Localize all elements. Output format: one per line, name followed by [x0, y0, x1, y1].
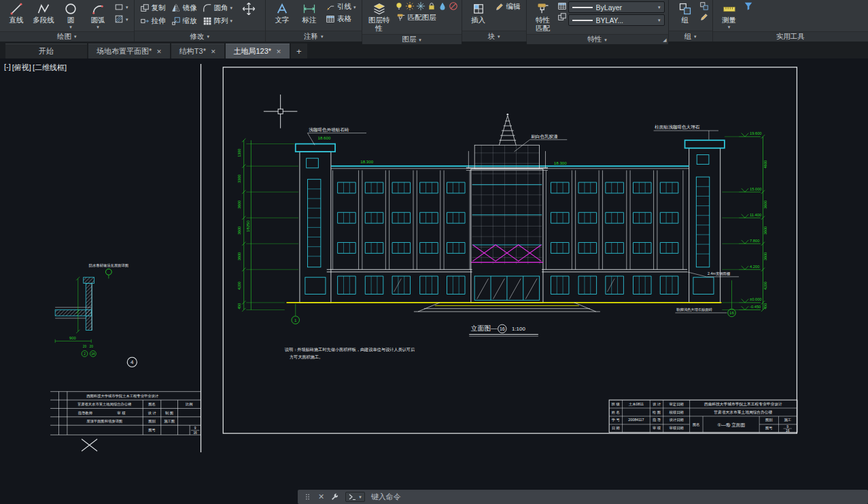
- arc-icon: [91, 2, 105, 16]
- dropdown-caret-icon: ▾: [658, 5, 661, 10]
- properties-panel-footer[interactable]: 特性▾◢: [527, 34, 668, 44]
- annotate-panel-footer[interactable]: 注释▾: [266, 31, 362, 41]
- linetype-line-sample: [572, 20, 593, 21]
- properties-list-icon[interactable]: [557, 1, 567, 11]
- fillet-button[interactable]: 圆角▾: [201, 1, 235, 14]
- stretch-button[interactable]: 拉伸: [138, 14, 168, 27]
- viewport-menu-control[interactable]: [-]: [4, 63, 11, 73]
- command-customize-wrench-icon[interactable]: [330, 492, 339, 501]
- tab-land-bureau-123[interactable]: 土地局123*✕: [226, 44, 290, 58]
- layer-properties-icon: [372, 2, 386, 16]
- leader-button[interactable]: 引线▾: [324, 1, 358, 12]
- command-close-icon[interactable]: ✕: [318, 492, 324, 501]
- draw-panel-footer[interactable]: 绘图▾: [0, 31, 134, 41]
- scale-button[interactable]: 缩放: [169, 14, 199, 27]
- line-button[interactable]: 直线: [3, 1, 29, 25]
- panel-expand-caret-icon: ▾: [207, 34, 210, 39]
- panel-expand-caret-icon: ▾: [498, 34, 500, 39]
- properties-dialog-launcher-icon[interactable]: ◢: [663, 37, 666, 43]
- rectangle-button[interactable]: ▾: [112, 1, 131, 12]
- titleblock-cell: 日 期: [612, 426, 620, 431]
- layer-unisolate-icon[interactable]: [449, 1, 458, 11]
- page-total: 16: [193, 431, 197, 435]
- panel-block: 插入 编辑 块▾: [462, 0, 527, 41]
- sheet-name-text: ①—⑯ 立面图: [717, 422, 745, 428]
- groups-panel-footer[interactable]: 组▾: [669, 31, 712, 41]
- layer-off-icon[interactable]: [394, 1, 404, 11]
- page-number: 9: [194, 426, 196, 430]
- school-text: 西南科技大学城市学院土木工程专业毕业设计: [86, 394, 159, 399]
- draw-panel-label: 绘图: [57, 32, 71, 41]
- group-button[interactable]: 组: [672, 1, 698, 25]
- insert-button[interactable]: 插入: [466, 1, 491, 25]
- elevation-value: 18.300: [360, 159, 373, 164]
- block-panel-footer[interactable]: 块▾: [462, 31, 526, 41]
- layer-lock-icon[interactable]: [427, 1, 436, 11]
- tab-close-icon[interactable]: ✕: [211, 48, 216, 55]
- layer-properties-button[interactable]: 图层特性: [366, 1, 393, 33]
- project-text: 甘肃省天水市某土地局综合办公楼: [77, 402, 132, 407]
- command-input[interactable]: 键入命令: [371, 492, 401, 502]
- layer-properties-label: 图层特性: [367, 16, 392, 32]
- utilities-panel-footer[interactable]: 实用工具: [713, 31, 868, 41]
- arc-button[interactable]: 圆弧▾: [85, 1, 111, 30]
- sheet-type-text: 施工: [784, 418, 791, 422]
- tab-close-icon[interactable]: ✕: [156, 48, 162, 55]
- view-control[interactable]: [俯视]: [12, 63, 31, 73]
- tab-close-icon[interactable]: ✕: [276, 48, 281, 55]
- properties-copy-icon[interactable]: [557, 12, 567, 22]
- array-icon: [203, 16, 212, 26]
- group-edit-icon[interactable]: [699, 12, 709, 22]
- detail-dim-text: 20: [83, 345, 87, 348]
- match-properties-button[interactable]: 特性匹配: [530, 1, 556, 33]
- copy-button[interactable]: 复制: [138, 1, 168, 14]
- tab-site-plan[interactable]: 场地布置平面图*✕: [88, 44, 170, 58]
- sheet-name-label: 图名: [148, 402, 156, 407]
- command-grip-icon[interactable]: [303, 492, 312, 501]
- tab-structure-t3[interactable]: 结构T3*✕: [171, 44, 224, 58]
- layer-isolate-icon[interactable]: [405, 1, 415, 11]
- model-space[interactable]: 防水卷材做法见屋面详图 900 20 20 2 14: [0, 58, 868, 504]
- visual-style-control[interactable]: [二维线框]: [33, 63, 67, 73]
- mirror-button[interactable]: 镜像: [169, 1, 199, 14]
- dimension-button[interactable]: 标注: [296, 1, 322, 25]
- titleblock-cell: 设 计: [653, 402, 661, 406]
- polyline-icon: [37, 2, 50, 16]
- sheet-type-label: 图别: [765, 418, 773, 422]
- hatch-button[interactable]: ▾: [112, 14, 131, 24]
- drawing-x-mark: [82, 439, 97, 452]
- polyline-label: 多段线: [33, 16, 54, 24]
- ungroup-icon[interactable]: [699, 1, 709, 11]
- modify-panel-footer[interactable]: 修改▾: [135, 31, 266, 41]
- linetype-select[interactable]: BYLAY...▾: [568, 14, 665, 26]
- new-drawing-tab-button[interactable]: +: [291, 44, 307, 58]
- command-line-bar[interactable]: ✕ ▾ 键入命令: [298, 490, 868, 504]
- layers-panel-footer[interactable]: 图层▾: [362, 34, 462, 44]
- object-color-select[interactable]: ByLayer▾: [568, 1, 665, 13]
- match-layer-button[interactable]: 匹配图层: [394, 12, 458, 23]
- tab-start[interactable]: 开始: [5, 44, 87, 58]
- measure-button[interactable]: 测量▾: [716, 1, 742, 30]
- array-button[interactable]: 阵列▾: [201, 14, 235, 27]
- match-properties-icon: [536, 2, 550, 16]
- scale-label: 缩放: [183, 16, 197, 26]
- panel-expand-caret-icon: ▾: [694, 34, 697, 39]
- dimensions-left: 1300 3300 3600 3600 3600 4200 450 18250: [237, 139, 298, 312]
- table-button[interactable]: 表格: [324, 14, 358, 24]
- polyline-button[interactable]: 多段线: [31, 1, 56, 25]
- dropdown-caret-icon: ▾: [126, 17, 128, 22]
- move-button[interactable]: [236, 1, 262, 17]
- construction-notes: 说明：外墙贴砖施工时先做小面积样板，由建设单位与设计人员认可后 方可大面积施工。: [285, 347, 415, 360]
- circle-button[interactable]: 圆▾: [58, 1, 84, 30]
- layer-freeze-icon[interactable]: [416, 1, 426, 11]
- layer-color-icon[interactable]: [438, 1, 447, 11]
- quick-select-icon[interactable]: [744, 1, 753, 11]
- circle-icon: [64, 2, 77, 16]
- text-button[interactable]: 文字: [269, 1, 295, 25]
- dropdown-caret-icon: ▾: [658, 18, 661, 22]
- dim-text: 3600: [237, 252, 241, 261]
- dim-text: 4200: [237, 282, 241, 290]
- elevation-value: 18.300: [554, 161, 567, 165]
- command-prompt-chip[interactable]: ▾: [345, 492, 365, 502]
- block-edit-button[interactable]: 编辑: [493, 1, 523, 12]
